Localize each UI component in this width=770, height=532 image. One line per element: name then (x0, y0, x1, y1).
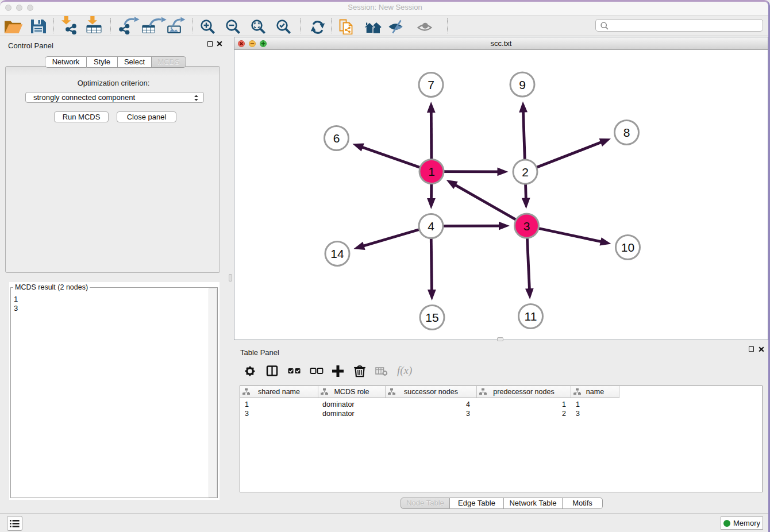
svg-text:2: 2 (522, 165, 529, 179)
svg-text:11: 11 (525, 310, 537, 323)
svg-text:8: 8 (623, 126, 630, 139)
svg-text:10: 10 (621, 241, 634, 254)
svg-text:3: 3 (523, 219, 530, 233)
svg-text:1: 1 (428, 165, 435, 178)
svg-text:14: 14 (330, 247, 344, 260)
svg-text:6: 6 (333, 132, 340, 145)
svg-text:9: 9 (519, 78, 526, 91)
svg-text:15: 15 (425, 311, 438, 324)
svg-text:4: 4 (428, 219, 434, 233)
svg-text:7: 7 (428, 78, 434, 91)
